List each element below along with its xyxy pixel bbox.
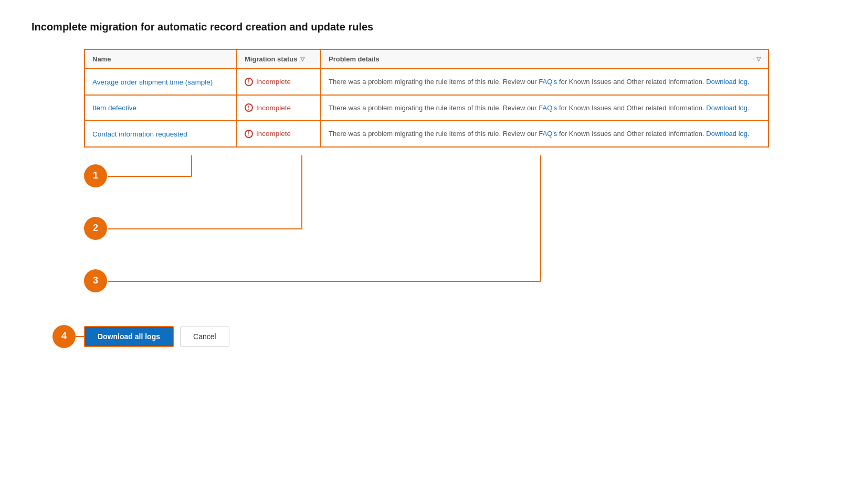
sort-asc-icon[interactable]: ↑: [753, 56, 756, 62]
migration-table-wrapper: Name Migration status ▽ Problem details …: [84, 49, 769, 148]
annotation-line-4: [76, 336, 84, 337]
migration-table: Name Migration status ▽ Problem details …: [84, 49, 769, 148]
faq-link-3[interactable]: FAQ's: [539, 130, 557, 138]
annotation-circle-1: 1: [84, 164, 107, 187]
faq-link-1[interactable]: FAQ's: [539, 78, 557, 86]
download-log-link-2[interactable]: Download log.: [706, 104, 749, 112]
filter-icon[interactable]: ▽: [300, 56, 304, 62]
incomplete-icon-1: !: [245, 78, 253, 86]
cell-name-2: Item defective: [85, 95, 237, 121]
cell-status-2: ! Incomplete: [237, 95, 321, 121]
cell-details-3: There was a problem migrating the rule i…: [321, 121, 768, 147]
status-label-3: Incomplete: [256, 130, 291, 138]
status-label-2: Incomplete: [256, 104, 291, 112]
cell-status-1: ! Incomplete: [237, 69, 321, 95]
annotation-svg: [84, 153, 769, 316]
rule-name-link-2[interactable]: Item defective: [92, 104, 136, 112]
download-log-link-1[interactable]: Download log.: [706, 78, 749, 86]
cell-details-2: There was a problem migrating the rule i…: [321, 95, 768, 121]
sort-icons: ↑ ▽: [753, 56, 761, 62]
col-header-details: Problem details ↑ ▽: [321, 49, 768, 69]
cancel-button[interactable]: Cancel: [180, 327, 229, 346]
col-header-name: Name: [85, 49, 237, 69]
cell-status-3: ! Incomplete: [237, 121, 321, 147]
cell-name-1: Average order shipment time (sample): [85, 69, 237, 95]
rule-name-link-3[interactable]: Contact information requested: [92, 130, 187, 138]
cell-name-3: Contact information requested: [85, 121, 237, 147]
status-label-1: Incomplete: [256, 78, 291, 86]
incomplete-icon-2: !: [245, 103, 253, 112]
annotation-circle-2: 2: [84, 217, 107, 240]
rule-name-link-1[interactable]: Average order shipment time (sample): [92, 78, 213, 86]
cell-details-1: There was a problem migrating the rule i…: [321, 69, 768, 95]
annotation-circle-4: 4: [52, 325, 76, 348]
page-title: Incomplete migration for automatic recor…: [31, 21, 822, 33]
table-row: Item defective ! Incomplete There was a …: [85, 95, 768, 121]
table-row: Contact information requested ! Incomple…: [85, 121, 768, 147]
download-log-link-3[interactable]: Download log.: [706, 130, 749, 138]
filter-icon-2[interactable]: ▽: [756, 56, 761, 62]
download-all-logs-button[interactable]: Download all logs: [84, 326, 174, 347]
col-header-status: Migration status ▽: [237, 49, 321, 69]
annotation-circle-3: 3: [84, 269, 107, 292]
table-row: Average order shipment time (sample) ! I…: [85, 69, 768, 95]
incomplete-icon-3: !: [245, 130, 253, 138]
faq-link-2[interactable]: FAQ's: [539, 104, 557, 112]
